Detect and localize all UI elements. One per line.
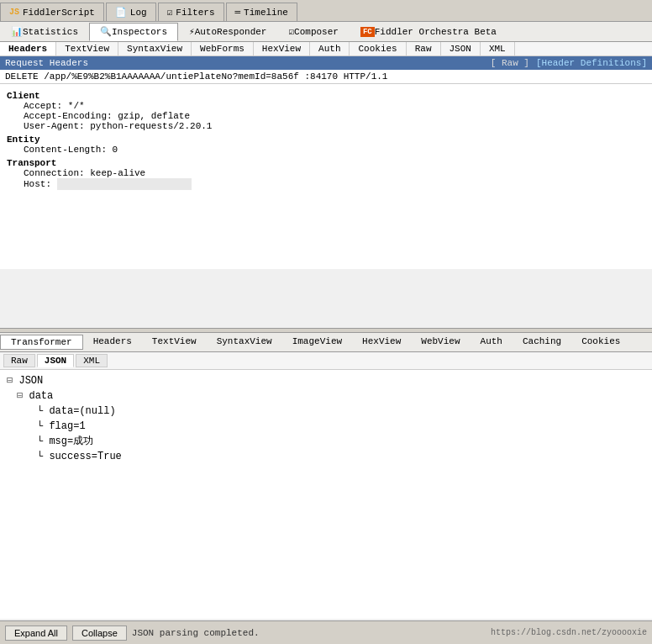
tree-leaf-icon2: └	[37, 420, 43, 432]
tree-root-label: JSON	[18, 375, 43, 387]
resp-tab-hexview[interactable]: HexView	[352, 335, 411, 350]
tab-label: Fiddler Orchestra Beta	[375, 27, 497, 37]
resp-tab-textview[interactable]: TextView	[142, 335, 207, 350]
header-host: Host:	[7, 178, 645, 190]
format-tab-raw[interactable]: Raw	[3, 354, 35, 367]
request-line: DELETE /app/%E9%B2%B1AAAAAAA/untiePlateN…	[0, 70, 652, 84]
inspector-tab-bar: 📊 Statistics 🔍 Inspectors ⚡ AutoResponde…	[0, 22, 652, 42]
tab-log[interactable]: 📄 Log	[106, 3, 156, 21]
tab-filters[interactable]: ☑ Filters	[158, 3, 224, 21]
composer-icon: ☑	[288, 26, 294, 37]
expand-all-button[interactable]: Expand All	[5, 626, 67, 641]
fiddler-orchestra-icon: FC	[360, 27, 375, 37]
tree-node-data-null: └ data=(null)	[37, 404, 645, 419]
resp-tab-headers[interactable]: Headers	[83, 335, 142, 350]
resp-tab-transformer[interactable]: Transformer	[0, 335, 83, 350]
tree-leaf-icon4: └	[37, 451, 43, 462]
subtab-headers[interactable]: Headers	[0, 42, 56, 55]
section-transport: Transport	[7, 158, 645, 168]
timeline-icon: ═	[235, 8, 241, 18]
tree-root: ⊟ JSON	[7, 373, 645, 388]
tree-data-null-value: data=(null)	[49, 405, 115, 417]
bottom-bar: Expand All Collapse JSON parsing complet…	[0, 620, 652, 644]
tab-label: Inspectors	[112, 27, 167, 37]
top-tab-bar: JS FiddlerScript 📄 Log ☑ Filters ═ Timel…	[0, 0, 652, 22]
json-tree-spacer	[0, 498, 652, 619]
autoresponder-icon: ⚡	[189, 26, 195, 37]
resp-tab-syntaxview[interactable]: SyntaxView	[207, 335, 282, 350]
subtab-cookies[interactable]: Cookies	[350, 42, 406, 55]
collapse-button[interactable]: Collapse	[72, 626, 127, 641]
subtab-hexview[interactable]: HexView	[254, 42, 310, 55]
tree-data-label: data	[29, 390, 53, 402]
resp-tab-webview[interactable]: WebView	[411, 335, 470, 350]
tab-label: Statistics	[23, 27, 78, 37]
subtab-syntaxview[interactable]: SyntaxView	[118, 42, 192, 55]
tab-composer[interactable]: ☑ Composer	[277, 23, 349, 41]
host-value-redacted	[57, 178, 192, 190]
sub-tab-bar: Headers TextView SyntaxView WebForms Hex…	[0, 42, 652, 56]
subtab-webforms[interactable]: WebForms	[192, 42, 254, 55]
statistics-icon: 📊	[11, 26, 23, 37]
subtab-auth[interactable]: Auth	[310, 42, 350, 55]
tab-label: Timeline	[244, 8, 288, 18]
subtab-xml[interactable]: XML	[481, 42, 515, 55]
header-content-length: Content-Length: 0	[7, 145, 645, 155]
header-accept: Accept: */*	[7, 101, 645, 111]
status-text: JSON parsing completed.	[132, 628, 260, 638]
header-accept-encoding: Accept-Encoding: gzip, deflate	[7, 111, 645, 121]
tree-minus-data[interactable]: ⊟	[17, 390, 23, 402]
tree-node-data: ⊟ data	[17, 388, 645, 404]
filters-icon: ☑	[167, 7, 173, 18]
request-line-text: DELETE /app/%E9%B2%B1AAAAAAA/untiePlateN…	[5, 71, 387, 82]
headers-content: Client Accept: */* Accept-Encoding: gzip…	[0, 84, 652, 269]
request-headers-title: Request Headers	[5, 58, 88, 68]
resp-tab-cookies[interactable]: Cookies	[571, 335, 630, 350]
raw-link[interactable]: [ Raw ]	[491, 58, 529, 68]
resp-tab-auth[interactable]: Auth	[471, 335, 513, 350]
tab-label: Log	[130, 8, 147, 18]
section-entity: Entity	[7, 135, 645, 145]
tab-label: Composer	[294, 27, 339, 37]
format-tab-bar: Raw JSON XML	[0, 352, 652, 370]
response-tab-bar: Transformer Headers TextView SyntaxView …	[0, 333, 652, 352]
tree-node-msg: └ msg=成功	[37, 434, 645, 449]
request-headers-bar: Request Headers [ Raw ] [Header Definiti…	[0, 56, 652, 70]
header-user-agent: User-Agent: python-requests/2.20.1	[7, 121, 645, 131]
tab-fiddlerscript[interactable]: JS FiddlerScript	[0, 3, 104, 21]
resp-tab-caching[interactable]: Caching	[513, 335, 571, 350]
tree-minus-root[interactable]: ⊟	[7, 375, 13, 387]
format-tab-xml[interactable]: XML	[76, 354, 108, 367]
tab-autoresponder[interactable]: ⚡ AutoResponder	[178, 23, 277, 41]
header-links: [ Raw ] [Header Definitions]	[491, 58, 647, 68]
tab-statistics[interactable]: 📊 Statistics	[0, 23, 89, 41]
log-icon: 📄	[115, 7, 127, 18]
tree-node-flag: └ flag=1	[37, 419, 645, 434]
tree-flag-value: flag=1	[49, 420, 85, 432]
tab-inspectors[interactable]: 🔍 Inspectors	[89, 23, 178, 41]
header-definitions-link[interactable]: [Header Definitions]	[536, 58, 647, 68]
tab-timeline[interactable]: ═ Timeline	[226, 3, 297, 21]
tab-label: FiddlerScript	[23, 8, 95, 18]
tree-leaf-icon3: └	[37, 435, 43, 447]
bottom-url: https://blog.csdn.net/zyooooxie	[491, 628, 647, 637]
section-client: Client	[7, 91, 645, 101]
subtab-raw[interactable]: Raw	[407, 42, 441, 55]
inspectors-icon: 🔍	[100, 26, 112, 37]
json-tree: ⊟ JSON ⊟ data └ data=(null) └ flag=1 └ m…	[0, 370, 652, 498]
fiddlerscript-icon: JS	[9, 8, 19, 17]
subtab-textview[interactable]: TextView	[56, 42, 118, 55]
format-tab-json[interactable]: JSON	[37, 354, 74, 367]
tab-fiddler-orchestra[interactable]: FC Fiddler Orchestra Beta	[350, 23, 507, 41]
lower-panel: Transformer Headers TextView SyntaxView …	[0, 333, 652, 619]
tab-label: AutoResponder	[195, 27, 267, 37]
header-connection: Connection: keep-alive	[7, 168, 645, 178]
tree-msg-value: msg=成功	[49, 435, 93, 447]
resp-tab-imageview[interactable]: ImageView	[282, 335, 352, 350]
tree-success-value: success=True	[49, 451, 121, 462]
subtab-json[interactable]: JSON	[441, 42, 481, 55]
tab-label: Filters	[176, 8, 214, 18]
tree-leaf-icon: └	[37, 405, 43, 417]
tree-node-success: └ success=True	[37, 449, 645, 464]
